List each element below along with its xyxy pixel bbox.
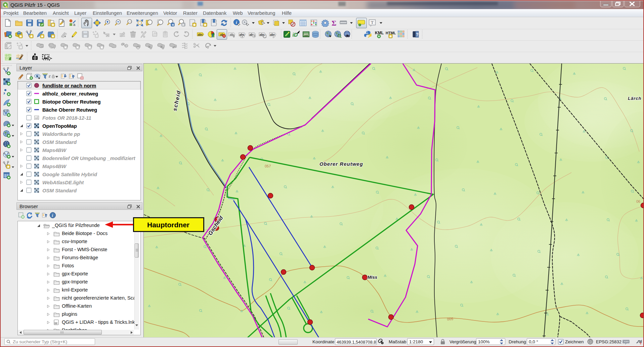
svg-text:ab: ab xyxy=(230,33,233,36)
svg-text:abc: abc xyxy=(260,33,265,36)
svg-text:Oberer Reutweg: Oberer Reutweg xyxy=(319,161,363,167)
svg-text:a: a xyxy=(73,23,76,27)
svg-text:Miss: Miss xyxy=(368,275,377,280)
svg-text:Lärch: Lärch xyxy=(628,96,641,101)
svg-text:ε: ε xyxy=(49,73,51,79)
svg-text:5: 5 xyxy=(640,342,641,345)
svg-text:057: 057 xyxy=(265,164,271,168)
svg-text:iD: iD xyxy=(293,32,298,38)
svg-text:005: 005 xyxy=(447,317,453,321)
svg-text:06: 06 xyxy=(636,199,640,203)
svg-text:?: ? xyxy=(416,32,419,37)
svg-text:abc: abc xyxy=(198,33,203,36)
svg-text:,: , xyxy=(3,88,5,95)
svg-text:Σ: Σ xyxy=(332,19,336,27)
svg-text:Hauptordner: Hauptordner xyxy=(147,221,189,229)
svg-text:i: i xyxy=(236,20,237,25)
svg-text:T: T xyxy=(371,20,374,25)
svg-text:1:1: 1:1 xyxy=(128,21,132,23)
